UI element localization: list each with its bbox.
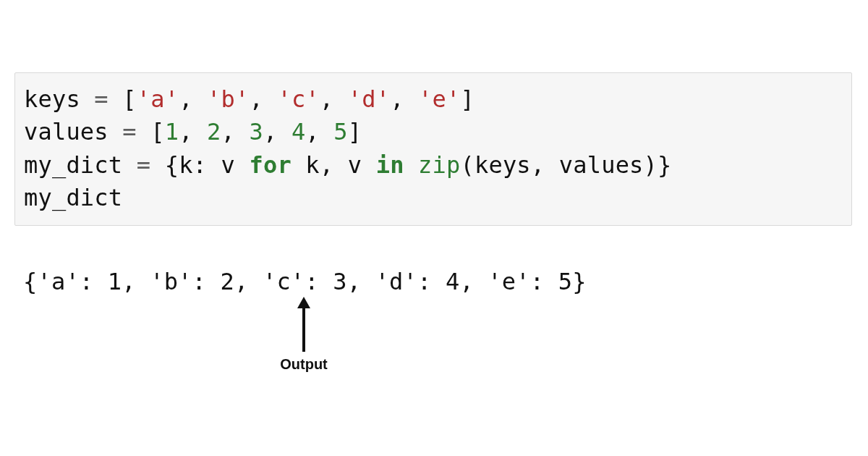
code-token: my_dict [24,184,122,211]
code-token: 'e' [418,85,460,113]
code-token: 'c' [277,85,319,113]
code-token: : [193,151,221,179]
code-content: keys = ['a', 'b', 'c', 'd', 'e'] values … [24,83,843,215]
figure-canvas: Iterates through two values keys = ['a',… [0,0,868,456]
code-token: , [221,118,250,145]
code-token: } [658,151,671,179]
code-token: [ [122,85,136,113]
code-token: ( [461,151,475,179]
code-token: , [305,118,333,145]
code-token: , [250,85,278,113]
code-token: , [531,151,559,179]
code-token: in [376,151,404,179]
output-text: {'a': 1, 'b': 2, 'c': 3, 'd': 4, 'e': 5} [23,268,587,295]
code-token: , [263,118,292,145]
code-token: keys [24,85,80,113]
code-token [235,151,249,179]
code-token: k, v [292,151,376,179]
code-token: = [109,118,150,145]
code-token: my_dict [24,151,122,179]
code-token: ] [461,85,475,113]
code-token: 2 [207,118,221,145]
arrow-up-icon [293,295,315,353]
code-token: 3 [249,118,263,145]
code-token: values [24,118,109,145]
svg-marker-1 [297,297,310,308]
code-token: zip [404,151,461,179]
annotation-output: Output [260,356,347,373]
code-token: [ [150,118,164,145]
code-token: , [320,85,348,113]
code-token: 'b' [207,85,249,113]
code-token: keys [475,151,531,179]
code-token: , [390,85,418,113]
code-token: v [221,151,235,179]
code-token: 1 [165,118,179,145]
code-token: ] [348,118,362,145]
code-token: values [559,151,644,179]
code-token: { [165,151,179,179]
code-token: 5 [333,118,347,145]
code-block: keys = ['a', 'b', 'c', 'd', 'e'] values … [14,72,852,226]
code-token: = [80,85,122,113]
code-token: 4 [292,118,305,145]
code-token: , [179,118,207,145]
code-token: , [179,85,207,113]
code-token: for [249,151,291,179]
code-token: = [122,151,164,179]
code-token: k [179,151,192,179]
code-token: 'd' [348,85,390,113]
code-token: 'a' [137,85,179,113]
code-token: ) [644,151,658,179]
